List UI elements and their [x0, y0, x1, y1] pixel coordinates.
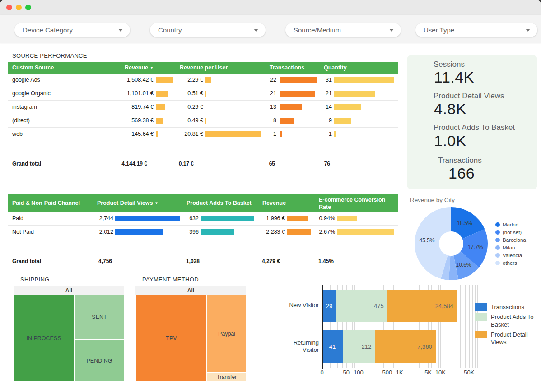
column-header-channel[interactable]: Paid & Non-Paid Channel	[12, 194, 80, 212]
bar-value-label: 7,360	[375, 330, 436, 363]
gridline	[465, 285, 466, 368]
legend-swatch	[495, 253, 500, 258]
revenue-cell: 2,283 €	[244, 226, 285, 239]
column-header-ecommerce-conversion-rate[interactable]: E-commerce Conversion Rate	[319, 196, 396, 211]
legend-item[interactable]: Milan	[495, 244, 526, 251]
revenue-per-user-bar	[205, 91, 206, 97]
treemap-root-node: All	[14, 286, 124, 295]
treemap-node-sent[interactable]: SENT	[75, 295, 124, 339]
quantity-cell: 9	[300, 114, 332, 127]
filter-country[interactable]: Country	[150, 23, 266, 37]
pie-data-label: 18.5%	[457, 220, 472, 226]
table-header-row: Custom Source Revenue▼ Revenue per User …	[8, 62, 398, 74]
legend-label: Madrid	[503, 222, 518, 227]
grand-total-quantity: 76	[298, 157, 330, 171]
channel-cell: Not Paid	[12, 226, 34, 239]
sort-desc-icon: ▼	[154, 201, 158, 205]
filter-label: Source/Medium	[294, 26, 341, 34]
transactions-bar	[280, 131, 282, 137]
source-cell: google Organic	[12, 87, 51, 100]
legend-item[interactable]: Madrid	[495, 221, 526, 228]
legend-swatch	[495, 238, 500, 242]
revenue-cell: 145.64 €	[86, 128, 154, 141]
source-cell: google Ads	[12, 74, 40, 87]
treemap-node-tpv[interactable]: TPV	[136, 295, 206, 381]
treemap-node-paypal[interactable]: Paypal	[207, 295, 246, 372]
source-cell: web	[12, 128, 23, 141]
x-axis-tick-label: 0	[312, 369, 332, 376]
legend-label: Product Adds To Basket	[491, 313, 541, 328]
chevron-down-icon	[526, 29, 530, 32]
patb-bar	[201, 229, 234, 235]
quantity-cell: 21	[300, 87, 332, 100]
chevron-down-icon	[389, 29, 394, 32]
column-header-revenue[interactable]: Revenue▼	[95, 62, 154, 74]
legend-label: Barcelona	[503, 237, 526, 243]
legend-label: Transactions	[491, 303, 524, 311]
column-header-product-detail-views[interactable]: Product Detail Views▼	[97, 194, 158, 212]
legend-item[interactable]: (not set)	[495, 228, 526, 236]
bar-segment-product-detail-views[interactable]: 24,584	[387, 290, 457, 322]
column-header-quantity[interactable]: Quantity	[324, 62, 347, 74]
legend-item[interactable]: Barcelona	[495, 236, 526, 244]
quantity-cell: 14	[300, 101, 332, 114]
column-header-product-adds-to-basket[interactable]: Product Adds To Basket	[187, 194, 252, 212]
window-controls	[6, 5, 31, 10]
column-header-custom-source[interactable]: Custom Source	[12, 62, 54, 74]
transactions-cell: 8	[245, 114, 276, 127]
close-button[interactable]	[6, 5, 12, 10]
pdv-cell: 2,012	[68, 226, 113, 239]
legend-item[interactable]: Transactions	[475, 303, 541, 311]
filter-source-medium[interactable]: Source/Medium	[285, 23, 401, 37]
chevron-down-icon	[254, 29, 258, 32]
legend-swatch	[475, 331, 487, 338]
bar-segment-product-adds-to-basket[interactable]: 475	[336, 290, 387, 322]
source-cell: (direct)	[12, 114, 30, 127]
legend-swatch	[475, 313, 487, 321]
revenue-per-user-cell: 20.81 €	[163, 128, 203, 141]
conversion-rate-cell: 0.94%	[294, 212, 335, 225]
donut-legend: Madrid(not set)BarcelonaMilanValenciaoth…	[495, 221, 526, 267]
legend-item[interactable]: Product Detail Views	[475, 331, 541, 346]
scorecard-value: 1.0K	[434, 132, 466, 150]
column-header-revenue[interactable]: Revenue	[262, 194, 286, 212]
column-header-revenue-per-user[interactable]: Revenue per User	[180, 62, 228, 74]
revenue-cell: 819.74 €	[86, 101, 154, 114]
bar-segment-transactions[interactable]: 41	[322, 330, 343, 363]
bar-value-label: 212	[343, 330, 375, 363]
bar-value-label: 41	[322, 330, 343, 363]
legend-item[interactable]: Product Adds To Basket	[475, 313, 541, 328]
x-axis-tick-label: 100	[349, 369, 368, 376]
legend-item[interactable]: others	[495, 259, 526, 267]
table-row: web145.64 €20.81 €11	[8, 128, 398, 141]
revenue-bar	[156, 118, 163, 124]
bar-segment-product-detail-views[interactable]: 7,360	[375, 330, 436, 363]
transactions-cell: 21	[245, 87, 276, 100]
scorecard-value: 4.8K	[434, 100, 466, 118]
visitor-type-chart: 2947524,584412127,3600501005001K5K10K50K…	[266, 282, 541, 390]
treemap-node-in-process[interactable]: IN PROCESS	[14, 295, 74, 381]
treemap-root-node: All	[135, 286, 246, 295]
treemap-node-pending[interactable]: PENDING	[75, 340, 124, 381]
quantity-cell: 31	[300, 74, 332, 87]
revenue-bar	[156, 131, 158, 137]
bar-segment-product-adds-to-basket[interactable]: 212	[343, 330, 375, 363]
bar-segment-transactions[interactable]: 29	[322, 290, 336, 322]
table-row: Paid2,7446321,996 €0.94%	[8, 212, 398, 226]
legend-item[interactable]: Valencia	[495, 251, 526, 259]
scorecard-label: Product Detail Views	[434, 92, 504, 101]
legend-label: Product Detail Views	[491, 331, 541, 346]
grand-total-revenue: 4,279 €	[239, 254, 280, 268]
category-label: New Visitor	[274, 302, 319, 309]
legend-swatch	[475, 303, 487, 311]
grand-total-patb: 1,028	[159, 254, 200, 268]
column-header-transactions[interactable]: Transactions	[270, 62, 304, 74]
bar-value-label: 29	[322, 290, 336, 322]
minimize-button[interactable]	[16, 5, 22, 10]
zoom-button[interactable]	[25, 5, 31, 10]
treemap-node-transfer[interactable]: Transfer	[207, 373, 246, 381]
grand-total-label: Grand total	[12, 254, 41, 268]
table-row: instagram819.74 €0.29 €1314	[8, 101, 398, 114]
filter-device-category[interactable]: Device Category	[14, 23, 130, 37]
filter-user-type[interactable]: User Type	[415, 23, 537, 37]
